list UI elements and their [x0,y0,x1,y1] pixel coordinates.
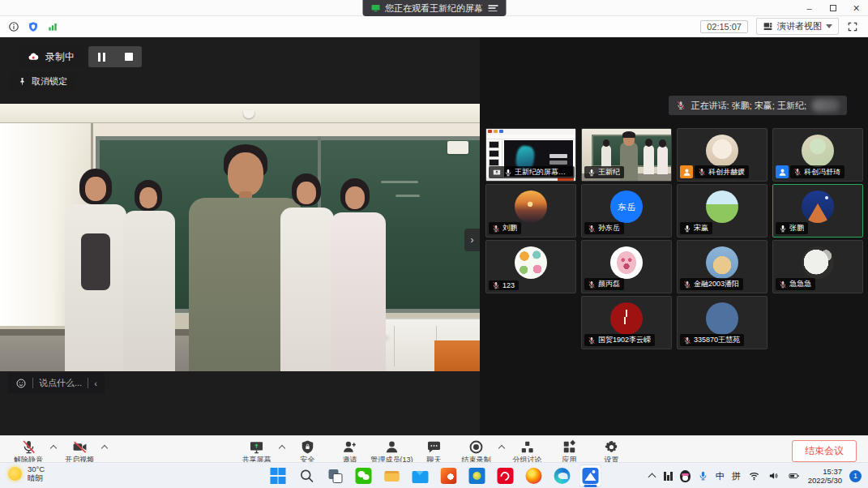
chat-icon [426,439,442,455]
participant-tile[interactable]: 王新纪 [581,128,672,182]
security-button[interactable]: 安全 [288,437,328,465]
wechat-taskbar-icon[interactable] [352,464,374,487]
battery-icon[interactable] [787,470,801,482]
participant-tile[interactable]: 急急急 [772,240,863,293]
participant-tile[interactable]: 王新纪的屏幕共享 [485,128,576,182]
view-mode-button[interactable]: 演讲者视图 [756,18,839,35]
topbar-status-icons [0,21,58,32]
mic-on-icon [504,169,512,177]
participant-label: 王新纪的屏幕共享 [489,166,575,178]
network-signal-icon[interactable] [47,21,58,32]
mic-muted-icon [683,280,691,289]
microphone-tray-icon[interactable] [698,470,708,482]
participant-tile[interactable]: 宋赢 [677,184,768,238]
meeting-info-icon[interactable] [8,21,19,32]
recording-label: 录制中 [45,50,75,64]
avatar-initials: 东岳 [618,201,635,213]
meeting-timer: 02:15:07 [700,20,748,33]
stop-icon [125,53,133,61]
windows-start-taskbar-icon[interactable] [267,464,289,487]
participant-tile[interactable]: 123 [485,240,576,293]
participant-avatar [706,302,738,335]
participant-tile[interactable]: 335870王慧苑 [677,296,768,349]
taskbar-app-icons [267,464,601,487]
maximize-button[interactable] [821,0,844,16]
record-stop-icon [468,439,484,455]
file-explorer-taskbar-icon[interactable] [380,464,403,487]
end-meeting-button[interactable]: 结束会议 [792,440,857,462]
recording-status-pill: 录制中 [18,46,83,67]
title-menu-icon[interactable] [488,4,498,12]
emoji-icon[interactable] [15,378,27,389]
security-shield-icon[interactable] [28,21,39,32]
participant-tile[interactable]: 金融2003潘阳 [677,240,768,293]
volume-icon[interactable] [768,470,780,482]
collapse-panel-handle[interactable]: › [464,229,480,251]
participant-tile[interactable]: 科创冯舒琦 [772,128,863,182]
mic-muted-icon [588,280,596,289]
quick-message-bar: 说点什么... ‹ [8,373,105,393]
media-app-tray-icon[interactable] [664,472,673,481]
wifi-icon[interactable] [748,470,760,482]
participant-label: 123 [489,280,519,290]
participant-tile[interactable]: 国贸1902李云嵘 [581,296,672,349]
unmute-button[interactable]: 解除静音 [8,437,49,465]
meeting-toolbar: 解除静音开启视频 共享屏幕安全邀请管理成员(13)聊天结束录制分组讨论应用设置 … [0,435,868,462]
unpin-button[interactable]: 取消锁定 [10,72,75,91]
participant-tile[interactable]: 科创井赫媛 [677,128,768,182]
pause-recording-button[interactable] [88,46,115,67]
start-video-options-caret[interactable] [101,443,109,451]
message-input[interactable]: 说点什么... [39,377,82,389]
edge-taskbar-icon[interactable] [550,464,573,487]
taskbar-weather-widget[interactable]: 30°C 晴朗 [8,465,45,483]
start-video-button[interactable]: 开启视频 [59,437,100,465]
taskbar-clock[interactable]: 15:37 2022/5/30 [808,467,842,486]
app-blue-taskbar-icon[interactable] [465,464,488,487]
view-mode-caret-icon [826,24,832,28]
participant-tile[interactable]: 刘鹏 [485,184,576,238]
share-screen-button[interactable]: 共享屏幕 [237,437,277,465]
mail-taskbar-icon[interactable] [408,464,431,487]
participant-avatar [706,135,738,167]
stop-record-options-caret[interactable] [498,443,506,451]
cloud-record-icon [27,51,40,62]
task-view-taskbar-icon[interactable] [323,464,346,487]
participant-tile[interactable]: 东岳孙东岳 [581,184,672,238]
stop-recording-button[interactable] [115,46,142,67]
collapse-message-bar-icon[interactable]: ‹ [94,379,97,388]
watching-screen-pill[interactable]: 您正在观看王新纪的屏幕 [362,0,506,16]
hidden-icons-chevron[interactable] [648,472,656,480]
qq-tray-icon[interactable] [680,470,691,482]
breakout-button[interactable]: 分组讨论 [507,437,548,465]
stop-record-button[interactable]: 结束录制 [456,437,497,465]
netease-music-taskbar-icon[interactable] [494,464,516,487]
share-screen-options-caret[interactable] [279,443,286,451]
screen-share-icon [492,169,502,177]
ime-pinyin-indicator[interactable]: 拼 [732,470,741,482]
firefox-taskbar-icon[interactable] [522,464,545,487]
participant-tile[interactable]: 颜丙磊 [581,240,672,293]
mic-muted-icon [779,280,787,289]
apps-button[interactable]: 应用 [549,437,590,465]
invite-button[interactable]: 邀请 [330,437,370,465]
meeting-app-window: 您正在观看王新纪的屏幕 – ✕ 02:15:07 演讲者视图 [0,0,868,488]
unmute-options-caret[interactable] [50,443,58,451]
mic-muted-icon [676,101,686,110]
window-controls: – ✕ [797,0,868,16]
ime-language-indicator[interactable]: 中 [716,470,725,482]
minimize-button[interactable]: – [797,0,821,16]
search-taskbar-icon[interactable] [295,464,318,487]
chat-button[interactable]: 聊天 [414,437,455,465]
divider [32,378,33,388]
office-taskbar-icon[interactable] [437,464,460,487]
participant-avatar [802,246,834,279]
settings-button[interactable]: 设置 [592,437,632,465]
fullscreen-icon[interactable] [847,21,858,32]
mic-muted-icon [492,225,500,233]
participant-grid: 王新纪的屏幕共享王新纪科创井赫媛科创冯舒琦刘鹏东岳孙东岳宋赢张鹏123颜丙磊金融… [485,128,863,349]
close-button[interactable]: ✕ [844,0,868,16]
members-button[interactable]: 管理成员(13) [372,437,413,465]
notification-count-badge[interactable]: 1 [849,470,862,482]
tencent-meeting-taskbar-icon[interactable] [579,464,601,487]
participant-tile[interactable]: 张鹏 [772,184,863,238]
